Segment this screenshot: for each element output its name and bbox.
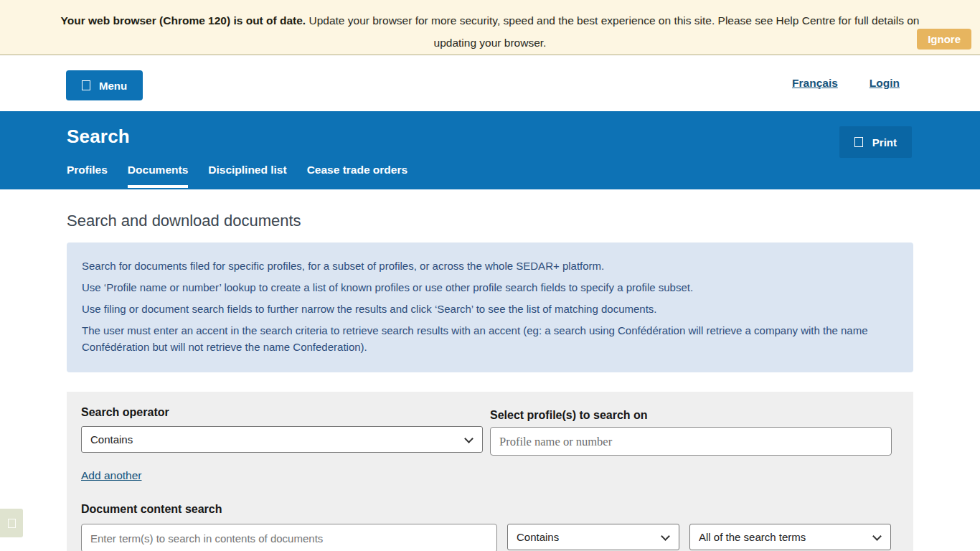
tab-documents[interactable]: Documents	[128, 164, 188, 189]
ignore-button[interactable]: Ignore	[917, 29, 971, 50]
profile-field-group: Select profile(s) to search on	[490, 406, 892, 456]
banner-message-rest: Update your browser for more security, s…	[306, 14, 919, 49]
info-paragraph: The user must enter an accent in the sea…	[82, 322, 898, 355]
info-paragraph: Use filing or document search fields to …	[82, 301, 898, 317]
tab-profiles[interactable]: Profiles	[67, 164, 108, 189]
print-button[interactable]: Print	[839, 126, 912, 158]
language-toggle-link[interactable]: Français	[792, 77, 838, 90]
page-title: Search	[67, 126, 130, 148]
tab-disciplined-list[interactable]: Disciplined list	[208, 164, 286, 189]
doc-terms-select-wrap: All of the search terms	[689, 524, 891, 550]
add-another-link[interactable]: Add another	[81, 469, 141, 482]
search-operator-select[interactable]: Contains	[81, 426, 483, 453]
main-content: Search and download documents Search for…	[0, 212, 980, 551]
info-paragraph: Use ‘Profile name or number’ lookup to c…	[82, 279, 898, 296]
printer-icon	[854, 137, 863, 147]
accessibility-icon	[8, 519, 16, 528]
tab-cease-trade-orders[interactable]: Cease trade orders	[307, 164, 407, 189]
search-operator-field-group: Search operator Contains	[81, 406, 483, 456]
search-operator-label: Search operator	[81, 406, 483, 419]
hamburger-menu-icon	[82, 80, 90, 90]
menu-button[interactable]: Menu	[66, 70, 143, 100]
doc-terms-select[interactable]: All of the search terms	[689, 524, 891, 550]
document-content-search-row: Contains All of the search terms	[81, 524, 899, 551]
info-box: Search for documents filed for specific …	[67, 242, 913, 372]
search-form-panel: Search operator Contains Select profile(…	[67, 392, 913, 551]
browser-outdated-banner: Your web browser (Chrome 120) is out of …	[0, 0, 980, 55]
info-paragraph: Search for documents filed for specific …	[82, 258, 898, 274]
document-content-search-label: Document content search	[81, 503, 899, 516]
profile-select-label: Select profile(s) to search on	[490, 409, 892, 422]
print-button-label: Print	[872, 136, 897, 149]
search-tabs: Profiles Documents Disciplined list Ceas…	[67, 164, 407, 189]
login-link[interactable]: Login	[870, 77, 900, 90]
banner-message: Your web browser (Chrome 120) is out of …	[47, 9, 933, 54]
document-content-input[interactable]	[81, 524, 497, 551]
doc-operator-select[interactable]: Contains	[507, 524, 679, 550]
page-header: Search Print Profiles Documents Discipli…	[0, 111, 980, 189]
section-heading: Search and download documents	[67, 212, 913, 230]
banner-message-bold: Your web browser (Chrome 120) is out of …	[61, 14, 306, 27]
nav-links: Français Login	[792, 55, 900, 111]
profile-name-input[interactable]	[490, 427, 892, 456]
search-operator-select-wrap: Contains	[81, 426, 483, 453]
menu-button-label: Menu	[99, 80, 127, 92]
doc-operator-select-wrap: Contains	[507, 524, 679, 550]
accessibility-widget-button[interactable]	[0, 509, 23, 537]
top-nav: Menu Français Login	[0, 55, 980, 111]
